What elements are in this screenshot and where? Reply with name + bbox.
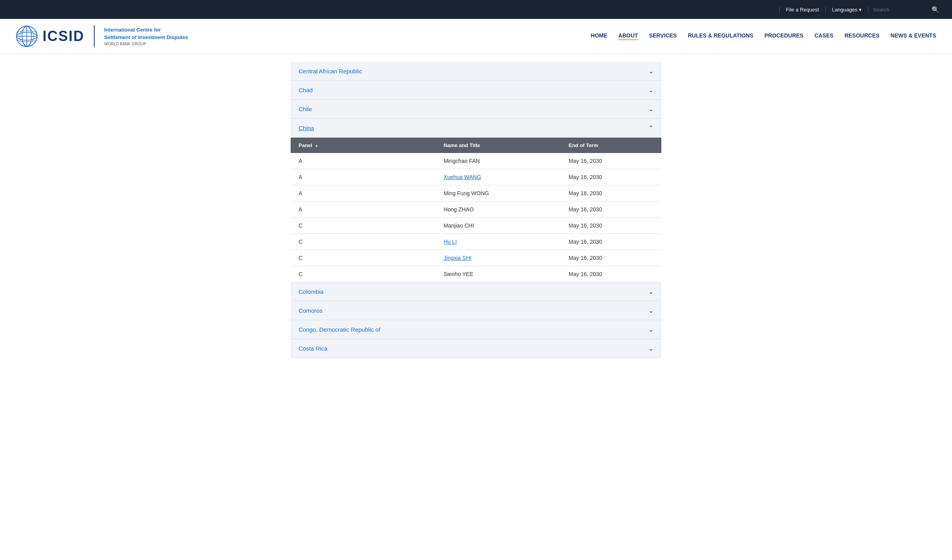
chevron-down-icon: ⌄ xyxy=(648,86,653,94)
end-of-term-cell: May 16, 2030 xyxy=(561,185,661,202)
logo-icsid: ICSID xyxy=(43,29,84,43)
chevron-down-icon: ⌄ xyxy=(648,67,653,75)
col-end-of-term: End of Term xyxy=(561,138,661,153)
table-row: CSienho YEEMay 16, 2030 xyxy=(291,266,661,282)
accordion-label-colombia: Colombia xyxy=(299,288,323,295)
end-of-term-cell: May 16, 2030 xyxy=(561,153,661,169)
accordion-item-chile[interactable]: Chile ⌄ xyxy=(291,100,661,119)
table-row: CManjiao CHIMay 16, 2030 xyxy=(291,218,661,234)
nav-services[interactable]: SERVICES xyxy=(649,32,677,40)
end-of-term-cell: May 16, 2030 xyxy=(561,234,661,250)
panel-cell: C xyxy=(291,250,436,266)
accordion-item-comoros[interactable]: Comoros ⌄ xyxy=(291,301,661,320)
panel-cell: C xyxy=(291,234,436,250)
accordion-label-chile: Chile xyxy=(299,106,312,112)
table-row: AMingchao FANMay 16, 2030 xyxy=(291,153,661,169)
panel-cell: A xyxy=(291,202,436,218)
logo-text: ICSID xyxy=(43,29,84,43)
file-request-link[interactable]: File a Request xyxy=(779,7,826,13)
accordion-label-comoros: Comoros xyxy=(299,307,323,314)
accordion-label-costa-rica: Costa Rica xyxy=(299,345,327,352)
accordion-item-chad[interactable]: Chad ⌄ xyxy=(291,81,661,100)
panel-cell: A xyxy=(291,185,436,202)
site-header: ICSID International Centre for Settlemen… xyxy=(0,19,952,54)
languages-label: Languages xyxy=(832,7,857,13)
main-content: Central African Republic ⌄ Chad ⌄ Chile … xyxy=(291,54,661,374)
sort-icon[interactable]: ▲ xyxy=(315,143,319,147)
nav-home[interactable]: HOME xyxy=(591,32,607,40)
accordion-item-colombia[interactable]: Colombia ⌄ xyxy=(291,282,661,301)
china-panel-table: Panel ▲ Name and Title End of Term AMing… xyxy=(291,138,661,282)
logo-subtitle-block: International Centre for Settlement of I… xyxy=(104,26,188,46)
search-container: 🔍 xyxy=(868,6,944,13)
accordion-item-congo-dr[interactable]: Congo, Democratic Republic of ⌄ xyxy=(291,320,661,339)
accordion-item-central-african-republic[interactable]: Central African Republic ⌄ xyxy=(291,62,661,81)
nav-rules-regulations[interactable]: RULES & REGULATIONS xyxy=(688,32,753,40)
name-cell: Mingchao FAN xyxy=(436,153,561,169)
name-cell: Manjiao CHI xyxy=(436,218,561,234)
accordion-label-congo-dr: Congo, Democratic Republic of xyxy=(299,326,381,333)
nav-cases[interactable]: CASES xyxy=(814,32,833,40)
search-button[interactable]: 🔍 xyxy=(931,6,939,13)
accordion-label-central-african-republic: Central African Republic xyxy=(299,68,362,75)
top-bar: File a Request Languages ▾ 🔍 xyxy=(0,0,952,19)
panel-cell: C xyxy=(291,218,436,234)
nav-procedures[interactable]: PROCEDURES xyxy=(764,32,803,40)
globe-icon xyxy=(16,25,38,47)
end-of-term-cell: May 16, 2030 xyxy=(561,266,661,282)
table-row: AMing Fung WONGMay 16, 2030 xyxy=(291,185,661,202)
logo-subtitle-line1: International Centre for Settlement of I… xyxy=(104,26,188,41)
chevron-down-icon: ⌄ xyxy=(648,326,653,333)
chevron-down-icon: ⌄ xyxy=(648,288,653,295)
col-name-title: Name and Title xyxy=(436,138,561,153)
col-panel: Panel ▲ xyxy=(291,138,362,153)
table-row: CHu LIMay 16, 2030 xyxy=(291,234,661,250)
panel-cell: A xyxy=(291,153,436,169)
logo-subtitle-small: WORLD BANK GROUP xyxy=(104,42,188,46)
logo-divider xyxy=(94,25,95,47)
accordion-label-china: China xyxy=(299,125,314,131)
nav-news-events[interactable]: NEWS & EVENTS xyxy=(890,32,936,40)
name-cell[interactable]: Hu LI xyxy=(436,234,561,250)
table-row: AXuehua WANGMay 16, 2030 xyxy=(291,169,661,185)
panel-cell: C xyxy=(291,266,436,282)
nav-resources[interactable]: RESOURCES xyxy=(844,32,879,40)
languages-menu[interactable]: Languages ▾ xyxy=(826,7,868,13)
panel-cell: A xyxy=(291,169,436,185)
chevron-down-icon: ⌄ xyxy=(648,345,653,352)
table-row: AHong ZHAOMay 16, 2030 xyxy=(291,202,661,218)
search-input[interactable] xyxy=(873,7,928,13)
name-cell[interactable]: Xuehua WANG xyxy=(436,169,561,185)
nav-about[interactable]: ABOUT xyxy=(618,32,638,40)
name-cell[interactable]: Jingxia SHI xyxy=(436,250,561,266)
table-row: CJingxia SHIMay 16, 2030 xyxy=(291,250,661,266)
logo-area: ICSID International Centre for Settlemen… xyxy=(16,25,188,47)
languages-chevron-icon: ▾ xyxy=(859,7,862,13)
chevron-up-icon: ⌃ xyxy=(648,124,653,132)
accordion-label-chad: Chad xyxy=(299,87,313,93)
main-nav: HOME ABOUT SERVICES RULES & REGULATIONS … xyxy=(591,32,936,40)
chevron-down-icon: ⌄ xyxy=(648,307,653,314)
end-of-term-cell: May 16, 2030 xyxy=(561,218,661,234)
end-of-term-cell: May 16, 2030 xyxy=(561,202,661,218)
end-of-term-cell: May 16, 2030 xyxy=(561,169,661,185)
name-cell: Hong ZHAO xyxy=(436,202,561,218)
chevron-down-icon: ⌄ xyxy=(648,105,653,113)
name-cell: Ming Fung WONG xyxy=(436,185,561,202)
accordion-item-costa-rica[interactable]: Costa Rica ⌄ xyxy=(291,339,661,358)
accordion-item-china[interactable]: China ⌃ xyxy=(291,119,661,138)
end-of-term-cell: May 16, 2030 xyxy=(561,250,661,266)
name-cell: Sienho YEE xyxy=(436,266,561,282)
